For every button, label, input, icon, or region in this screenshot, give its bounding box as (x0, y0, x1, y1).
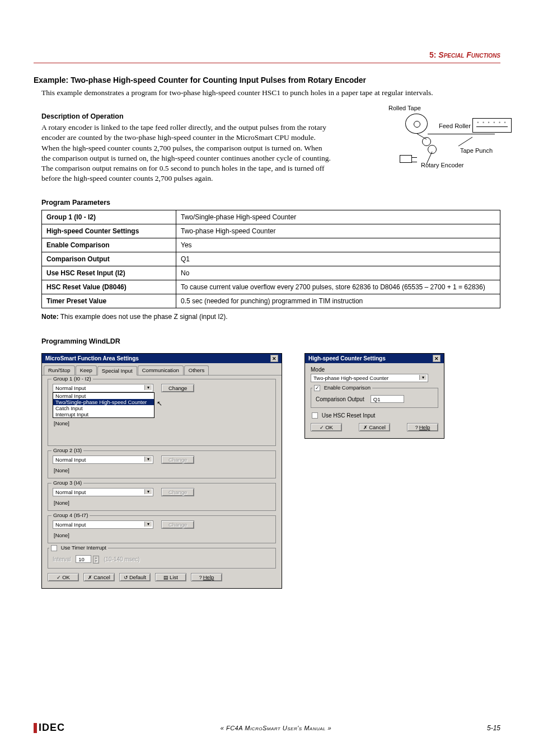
ok-button[interactable]: ✓OK (311, 423, 342, 431)
enable-comparison-checkbox[interactable]: ✓ (314, 385, 320, 391)
hsc-settings-dialog: High-speed Counter Settings ✕ Mode Two-p… (305, 353, 444, 439)
close-icon[interactable]: ✕ (433, 355, 441, 362)
group1-box: Group 1 (I0 - I2) Normal Input Normal In… (48, 379, 276, 446)
svg-line-1 (427, 152, 432, 164)
timer-interrupt-box: Use Timer Interrupt Interval 10 ▲▼ (10-1… (48, 548, 276, 569)
check-icon: ✓ (57, 575, 61, 580)
page-footer: IDEC « FC4A MicroSmart User's Manual » 5… (34, 722, 500, 734)
group3-mode-dropdown[interactable]: Normal Input (53, 488, 153, 496)
table-row: Group 1 (I0 - I2)Two/Single-phase High-s… (42, 210, 500, 224)
list-icon: ▤ (163, 575, 168, 580)
dropdown-option[interactable]: Two/Single-phase High-speed Counter (53, 399, 154, 405)
note-line: Note: This example does not use the phas… (41, 313, 500, 321)
table-row: High-speed Counter SettingsTwo-phase Hig… (42, 224, 500, 238)
param-key: Timer Preset Value (42, 294, 176, 308)
help-button[interactable]: ?Help (407, 423, 438, 431)
logo-text: IDEC (39, 722, 65, 734)
tab-run-stop[interactable]: Run/Stop (44, 365, 75, 375)
table-row: Use HSC Reset Input (I2)No (42, 266, 500, 280)
group4-label: Group 4 (I5-I7) (51, 512, 90, 518)
tab-others[interactable]: Others (184, 365, 209, 375)
dropdown-selected: Normal Input (55, 457, 86, 463)
group3-change-button: Change (161, 488, 194, 496)
dropdown-option[interactable]: Normal Input (53, 393, 154, 399)
dropdown-option[interactable]: Interrupt Input (53, 411, 154, 417)
param-key: HSC Reset Value (D8046) (42, 280, 176, 294)
group2-change-button: Change (161, 456, 194, 464)
param-value: To cause current value overflow every 27… (176, 280, 500, 294)
check-icon: ✓ (320, 425, 324, 430)
param-value: 0.5 sec (needed for punching) programmed… (176, 294, 500, 308)
group1-none: [None] (54, 420, 271, 426)
idec-logo: IDEC (34, 722, 65, 734)
ok-button[interactable]: ✓OK (48, 573, 79, 581)
use-hsc-reset-checkbox[interactable] (312, 412, 318, 419)
diagram-lines (344, 106, 500, 184)
description-heading: Description of Operation (41, 112, 332, 120)
interval-input[interactable]: 10 (76, 555, 91, 563)
comparison-box: ✓ Enable Comparison Comparison Output Q1 (311, 388, 438, 408)
default-button[interactable]: ↺Default (119, 573, 151, 581)
tab-special-input[interactable]: Special Input (97, 366, 137, 375)
page-number: 5-15 (487, 724, 500, 732)
param-key: Enable Comparison (42, 238, 176, 252)
param-value: Two/Single-phase High-speed Counter (176, 210, 500, 224)
cancel-button[interactable]: ✗Cancel (83, 573, 115, 581)
chapter-number: 5: (429, 50, 436, 59)
group3-none: [None] (54, 500, 271, 506)
dropdown-selected: Normal Input (55, 522, 86, 528)
comparison-output-label: Comparison Output (316, 396, 364, 402)
chapter-header: 5: Special Functions (34, 50, 500, 59)
dialog2-titlebar: High-speed Counter Settings ✕ (305, 354, 444, 363)
param-key: Group 1 (I0 - I2) (42, 210, 176, 224)
reset-icon: ↺ (124, 575, 128, 580)
comparison-output-input[interactable]: Q1 (371, 395, 404, 403)
example-intro: This example demonstrates a program for … (41, 88, 500, 98)
spinner-icon[interactable]: ▲▼ (93, 556, 99, 564)
mode-label: Mode (311, 367, 438, 373)
list-button[interactable]: ▤List (155, 573, 186, 581)
cancel-button[interactable]: ✗Cancel (359, 423, 390, 431)
dialog2-title: High-speed Counter Settings (308, 355, 386, 361)
param-value: No (176, 266, 500, 280)
param-key: Comparison Output (42, 252, 176, 266)
param-value: Yes (176, 238, 500, 252)
use-hsc-reset-label: Use HSC Reset Input (322, 412, 376, 419)
help-icon: ? (199, 575, 202, 580)
logo-bar-icon (34, 723, 37, 733)
group2-box: Group 2 (I3) Normal Input Change [None] (48, 450, 276, 478)
description-body: A rotary encoder is linked to the tape f… (41, 123, 332, 184)
dialog1-title: MicroSmart Function Area Settings (45, 355, 139, 361)
close-icon[interactable]: ✕ (270, 355, 278, 362)
group1-mode-dropdown[interactable]: Normal Input Normal InputTwo/Single-phas… (53, 384, 153, 392)
param-value: Q1 (176, 252, 500, 266)
mode-value: Two-phase High-speed Counter (313, 375, 388, 381)
example-heading: Example: Two-phase High-speed Counter fo… (34, 76, 500, 84)
program-parameters-table: Group 1 (I0 - I2)Two/Single-phase High-s… (41, 210, 500, 308)
interval-label: Interval (53, 556, 71, 562)
dropdown-option[interactable]: Catch Input (53, 405, 154, 411)
programming-heading: Programming WindLDR (41, 337, 500, 345)
group4-change-button: Change (161, 520, 194, 529)
chapter-title: Special Functions (438, 50, 500, 59)
note-text: This example does not use the phase Z si… (59, 313, 228, 321)
group1-change-button[interactable]: Change (161, 384, 194, 392)
group2-mode-dropdown[interactable]: Normal Input (53, 456, 153, 464)
group3-box: Group 3 (I4) Normal Input Change [None] (48, 483, 276, 511)
tab-communication[interactable]: Communication (138, 365, 184, 375)
group4-none: [None] (54, 532, 271, 538)
interval-unit: (10-140 msec) (104, 556, 139, 562)
timer-interrupt-checkbox[interactable] (51, 545, 57, 551)
tab-keep[interactable]: Keep (76, 365, 97, 375)
help-button[interactable]: ?Help (191, 573, 222, 581)
dropdown-selected: Normal Input (55, 489, 86, 495)
group2-none: [None] (54, 467, 271, 473)
mode-dropdown[interactable]: Two-phase High-speed Counter (311, 374, 428, 382)
dropdown-selected: Normal Input (55, 385, 86, 391)
dialog2-buttons: ✓OK ✗Cancel ?Help (311, 423, 438, 433)
group4-mode-dropdown[interactable]: Normal Input (53, 520, 153, 529)
group2-label: Group 2 (I3) (51, 447, 83, 453)
svg-line-2 (458, 137, 472, 146)
dialog1-tabs: Run/StopKeepSpecial InputCommunicationOt… (42, 363, 282, 375)
group1-label: Group 1 (I0 - I2) (51, 375, 93, 382)
